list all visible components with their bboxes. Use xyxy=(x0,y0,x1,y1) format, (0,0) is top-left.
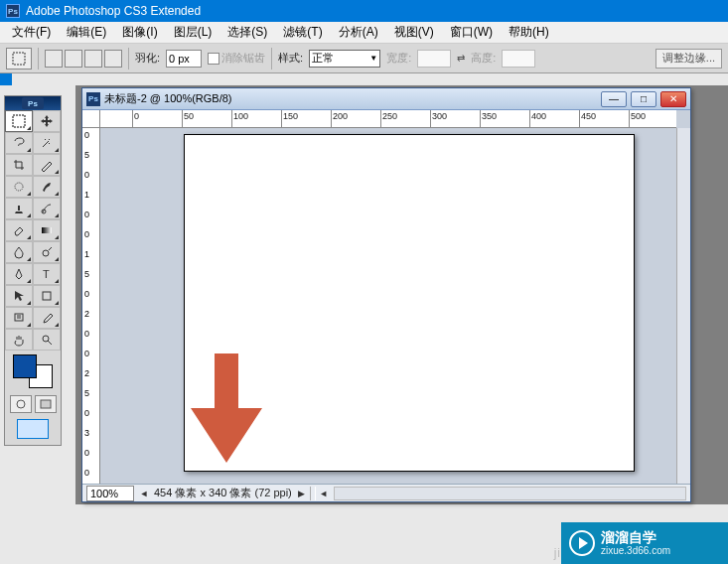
document-statusbar: 100% ◄ 454 像素 x 340 像素 (72 ppi) ▶ ◄ xyxy=(82,484,690,501)
workspace-area: Ps 未标题-2 @ 100%(RGB/8) — □ ✕ 50050100150… xyxy=(75,85,728,504)
divider xyxy=(128,48,129,70)
refine-edge-button[interactable]: 调整边缘... xyxy=(655,49,722,69)
move-tool[interactable] xyxy=(33,110,61,132)
standard-mode-button[interactable] xyxy=(10,395,32,413)
svg-text:T: T xyxy=(43,268,50,280)
vertical-scrollbar[interactable] xyxy=(676,128,690,484)
canvas-viewport[interactable] xyxy=(100,128,676,484)
zoom-tool[interactable] xyxy=(33,329,61,351)
width-input xyxy=(417,50,451,68)
menu-analysis[interactable]: 分析(A) xyxy=(331,22,386,43)
play-icon xyxy=(569,530,595,556)
feather-input[interactable] xyxy=(166,50,202,68)
app-icon: Ps xyxy=(6,4,20,18)
magic-wand-tool[interactable] xyxy=(33,132,61,154)
screen-mode-button[interactable] xyxy=(17,419,49,439)
antialias-checkbox[interactable]: 消除锯齿 xyxy=(208,51,265,66)
clone-stamp-tool[interactable] xyxy=(5,198,33,219)
menu-help[interactable]: 帮助(H) xyxy=(501,22,557,43)
hscroll-left-icon[interactable]: ◄ xyxy=(318,489,330,498)
menu-window[interactable]: 窗口(W) xyxy=(442,22,501,43)
selection-mode-group xyxy=(45,50,122,68)
crop-tool[interactable] xyxy=(5,154,33,176)
svg-rect-0 xyxy=(13,53,25,65)
horizontal-ruler[interactable]: 50050100150200250300350400450500 xyxy=(100,110,676,128)
watermark-url: zixue.3d66.com xyxy=(601,545,670,557)
svg-point-10 xyxy=(17,400,25,408)
style-select[interactable]: 正常 ▼ xyxy=(309,50,380,68)
feather-label: 羽化: xyxy=(135,51,160,66)
height-label: 高度: xyxy=(471,51,496,66)
watermark-title: 溜溜自学 xyxy=(601,529,670,546)
menu-file[interactable]: 文件(F) xyxy=(4,22,59,43)
hand-tool[interactable] xyxy=(5,329,33,351)
horizontal-scrollbar[interactable] xyxy=(334,487,686,500)
quickmask-mode-button[interactable] xyxy=(35,395,57,413)
width-label: 宽度: xyxy=(386,51,411,66)
selection-new-button[interactable] xyxy=(45,50,63,68)
shape-tool[interactable] xyxy=(33,285,61,307)
path-select-tool[interactable] xyxy=(5,285,33,307)
pen-tool[interactable] xyxy=(5,263,33,285)
color-swatches[interactable] xyxy=(5,351,61,392)
canvas[interactable] xyxy=(184,134,635,472)
selection-intersect-button[interactable] xyxy=(104,50,122,68)
eyedropper-tool[interactable] xyxy=(33,307,61,329)
svg-rect-11 xyxy=(41,400,51,408)
slice-tool[interactable] xyxy=(33,154,61,176)
window-close-button[interactable]: ✕ xyxy=(660,91,686,107)
type-tool[interactable]: T xyxy=(33,263,61,285)
height-input xyxy=(502,50,535,68)
document-icon: Ps xyxy=(86,92,100,106)
document-window: Ps 未标题-2 @ 100%(RGB/8) — □ ✕ 50050100150… xyxy=(81,87,691,502)
svg-rect-4 xyxy=(42,227,52,233)
swap-wh-icon[interactable]: ⇄ xyxy=(457,53,465,64)
svg-point-2 xyxy=(15,183,23,191)
rect-marquee-tool[interactable] xyxy=(5,110,33,132)
style-value: 正常 xyxy=(312,51,334,66)
blur-tool[interactable] xyxy=(5,241,33,263)
menu-layer[interactable]: 图层(L) xyxy=(166,22,220,43)
menu-image[interactable]: 图像(I) xyxy=(114,22,165,43)
menu-view[interactable]: 视图(V) xyxy=(386,22,442,43)
toolbox-header[interactable]: Ps xyxy=(5,96,61,110)
foreground-color-swatch[interactable] xyxy=(13,354,37,378)
vertical-ruler[interactable]: 050100150200250300 xyxy=(82,128,100,484)
history-brush-tool[interactable] xyxy=(33,198,61,219)
watermark-side-text: ji xyxy=(554,546,561,560)
status-next-icon[interactable]: ▶ xyxy=(296,489,308,498)
brush-tool[interactable] xyxy=(33,176,61,198)
window-minimize-button[interactable]: — xyxy=(601,91,627,107)
menu-filter[interactable]: 滤镜(T) xyxy=(275,22,330,43)
divider xyxy=(38,48,39,70)
selection-subtract-button[interactable] xyxy=(84,50,102,68)
options-bar: 羽化: 消除锯齿 样式: 正常 ▼ 宽度: ⇄ 高度: 调整边缘... xyxy=(0,44,728,73)
document-title: 未标题-2 @ 100%(RGB/8) xyxy=(104,91,232,106)
svg-point-5 xyxy=(43,250,49,256)
ruler-origin[interactable] xyxy=(82,110,100,128)
document-titlebar[interactable]: Ps 未标题-2 @ 100%(RGB/8) — □ ✕ xyxy=(82,88,690,110)
watermark-badge: 溜溜自学 zixue.3d66.com xyxy=(561,522,728,564)
healing-brush-tool[interactable] xyxy=(5,176,33,198)
menu-edit[interactable]: 编辑(E) xyxy=(59,22,114,43)
selection-add-button[interactable] xyxy=(65,50,82,68)
zoom-input[interactable]: 100% xyxy=(86,486,134,501)
panel-tab[interactable] xyxy=(0,73,12,85)
status-prev-icon[interactable]: ◄ xyxy=(138,489,150,498)
style-label: 样式: xyxy=(278,51,303,66)
app-titlebar: Ps Adobe Photoshop CS3 Extended xyxy=(0,0,728,22)
lasso-tool[interactable] xyxy=(5,132,33,154)
eraser-tool[interactable] xyxy=(5,219,33,241)
app-title: Adobe Photoshop CS3 Extended xyxy=(26,4,201,18)
divider xyxy=(271,48,272,70)
menu-select[interactable]: 选择(S) xyxy=(219,22,275,43)
window-maximize-button[interactable]: □ xyxy=(631,91,656,107)
dodge-tool[interactable] xyxy=(33,241,61,263)
toolbox-panel: Ps T xyxy=(4,95,62,446)
chevron-down-icon: ▼ xyxy=(369,54,377,63)
tool-preset-picker[interactable] xyxy=(6,48,32,70)
svg-rect-7 xyxy=(43,292,51,300)
document-info[interactable]: 454 像素 x 340 像素 (72 ppi) xyxy=(150,486,296,500)
notes-tool[interactable] xyxy=(5,307,33,329)
gradient-tool[interactable] xyxy=(33,219,61,241)
